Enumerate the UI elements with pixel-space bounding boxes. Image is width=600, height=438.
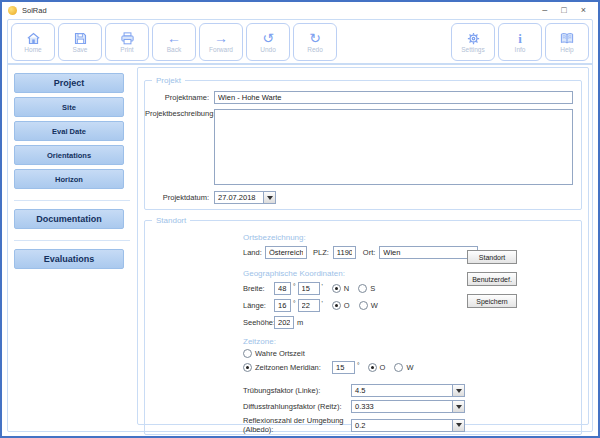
latitude-south-label: S bbox=[370, 284, 375, 293]
help-button[interactable]: Help bbox=[545, 23, 589, 61]
coords-section-label: Geographische Koordinaten: bbox=[243, 269, 581, 278]
timezone-section-label: Zeitzone: bbox=[243, 337, 581, 346]
arrow-left-icon: ← bbox=[167, 30, 181, 46]
print-button[interactable]: Print bbox=[105, 23, 149, 61]
project-date-label: Projektdatum: bbox=[145, 193, 209, 202]
latitude-label: Breite: bbox=[243, 284, 274, 293]
back-button[interactable]: ← Back bbox=[152, 23, 196, 61]
altitude-label: Seehöhe: bbox=[243, 318, 274, 327]
place-section-label: Ortsbezeichnung: bbox=[243, 233, 581, 242]
latitude-minutes-input[interactable] bbox=[298, 282, 320, 295]
latitude-south-radio[interactable] bbox=[358, 284, 367, 293]
timezone-meridian-radio[interactable] bbox=[243, 363, 252, 372]
project-name-input[interactable] bbox=[214, 91, 573, 104]
longitude-east-radio[interactable] bbox=[332, 301, 341, 310]
longitude-degrees-input[interactable] bbox=[274, 299, 291, 312]
close-button[interactable]: × bbox=[581, 5, 586, 15]
meridian-west-radio[interactable] bbox=[394, 363, 403, 372]
degree-symbol: ° bbox=[357, 362, 360, 369]
sidebar-divider bbox=[14, 240, 130, 241]
country-label: Land: bbox=[243, 248, 265, 257]
floppy-disk-icon bbox=[73, 30, 88, 46]
turbidity-select[interactable]: 4.5 bbox=[351, 384, 465, 397]
redo-arrow-icon: ↻ bbox=[309, 30, 321, 46]
zip-label: PLZ: bbox=[313, 248, 329, 257]
project-description-textarea[interactable] bbox=[214, 109, 573, 185]
project-date-select[interactable]: 27.07.2018 bbox=[214, 191, 276, 204]
minimize-button[interactable]: – bbox=[542, 5, 547, 15]
meridian-east-label: O bbox=[380, 363, 386, 372]
diffuse-factor-select[interactable]: 0.333 bbox=[351, 400, 465, 413]
city-input[interactable] bbox=[379, 246, 478, 259]
chevron-down-icon bbox=[452, 420, 464, 431]
location-groupbox: Standort Ortsbezeichnung: Land: PLZ: Ort… bbox=[144, 220, 582, 435]
info-button[interactable]: i Info bbox=[498, 23, 542, 61]
chevron-down-icon bbox=[452, 385, 464, 396]
meridian-east-radio[interactable] bbox=[368, 363, 377, 372]
albedo-label: Reflexionszahl der Umgebung (Albedo): bbox=[243, 416, 351, 434]
chevron-down-icon bbox=[452, 401, 464, 412]
speichern-button[interactable]: Speichern bbox=[467, 294, 517, 308]
client-area: Home Save Print ← Back → Forward bbox=[7, 19, 593, 432]
sidebar-item-documentation[interactable]: Documentation bbox=[14, 209, 124, 229]
printer-icon bbox=[120, 30, 135, 46]
location-group-title: Standort bbox=[152, 216, 190, 225]
home-icon bbox=[26, 30, 41, 46]
altitude-input[interactable] bbox=[274, 316, 294, 329]
forward-button[interactable]: → Forward bbox=[199, 23, 243, 61]
standort-button[interactable]: Standort bbox=[467, 250, 517, 264]
city-label: Ort: bbox=[363, 248, 376, 257]
gear-icon bbox=[466, 30, 481, 46]
zip-input[interactable] bbox=[333, 246, 356, 259]
meridian-input[interactable] bbox=[332, 361, 355, 374]
sidebar-item-horizon[interactable]: Horizon bbox=[14, 169, 124, 189]
maximize-button[interactable]: □ bbox=[561, 5, 566, 15]
diffuse-factor-label: Diffusstrahlungsfaktor (Reitz): bbox=[243, 402, 351, 411]
longitude-west-label: W bbox=[371, 301, 378, 310]
window-title: SolRad bbox=[22, 6, 47, 15]
sidebar: Project Site Eval Date Orientations Hori… bbox=[8, 65, 137, 431]
altitude-unit: m bbox=[297, 318, 303, 327]
country-input[interactable] bbox=[265, 246, 307, 259]
arrow-right-icon: → bbox=[214, 30, 228, 46]
latitude-north-label: N bbox=[344, 284, 349, 293]
redo-button[interactable]: ↻ Redo bbox=[293, 23, 337, 61]
latitude-degrees-input[interactable] bbox=[274, 282, 291, 295]
app-logo-icon bbox=[8, 6, 17, 15]
minute-symbol: ' bbox=[322, 300, 323, 307]
latitude-north-radio[interactable] bbox=[332, 284, 341, 293]
app-window: SolRad – □ × Home Save bbox=[0, 0, 600, 438]
meridian-west-label: W bbox=[406, 363, 413, 372]
degree-symbol: ° bbox=[293, 283, 296, 290]
project-groupbox: Projekt Projektname: Projektbeschreibung… bbox=[144, 80, 582, 210]
longitude-east-label: O bbox=[344, 301, 350, 310]
sidebar-item-site[interactable]: Site bbox=[14, 97, 124, 117]
undo-button[interactable]: ↺ Undo bbox=[246, 23, 290, 61]
longitude-label: Länge: bbox=[243, 301, 274, 310]
chevron-down-icon bbox=[263, 192, 275, 203]
sidebar-item-evaluations[interactable]: Evaluations bbox=[14, 249, 124, 269]
degree-symbol: ° bbox=[293, 300, 296, 307]
sidebar-item-eval-date[interactable]: Eval Date bbox=[14, 121, 124, 141]
benutzerdef-button[interactable]: Benutzerdef. bbox=[467, 272, 517, 286]
true-local-time-radio[interactable] bbox=[243, 349, 252, 358]
sidebar-item-orientations[interactable]: Orientations bbox=[14, 145, 124, 165]
project-group-title: Projekt bbox=[152, 76, 185, 85]
sidebar-divider bbox=[14, 200, 130, 201]
longitude-west-radio[interactable] bbox=[359, 301, 368, 310]
sidebar-item-project[interactable]: Project bbox=[14, 73, 124, 93]
minute-symbol: ' bbox=[322, 283, 323, 290]
turbidity-label: Trübungsfaktor (Linke): bbox=[243, 386, 351, 395]
albedo-select[interactable]: 0.2 bbox=[351, 419, 465, 432]
true-local-time-label: Wahre Ortszeit bbox=[255, 349, 305, 358]
location-buttons-column: Standort Benutzerdef. Speichern bbox=[467, 250, 517, 308]
undo-arrow-icon: ↺ bbox=[262, 30, 274, 46]
home-button[interactable]: Home bbox=[11, 23, 55, 61]
titlebar: SolRad – □ × bbox=[2, 2, 598, 18]
longitude-minutes-input[interactable] bbox=[298, 299, 320, 312]
save-button[interactable]: Save bbox=[58, 23, 102, 61]
project-description-label: Projektbeschreibung: bbox=[145, 109, 209, 118]
toolbar: Home Save Print ← Back → Forward bbox=[8, 20, 592, 65]
settings-button[interactable]: Settings bbox=[451, 23, 495, 61]
open-book-icon bbox=[559, 30, 575, 46]
